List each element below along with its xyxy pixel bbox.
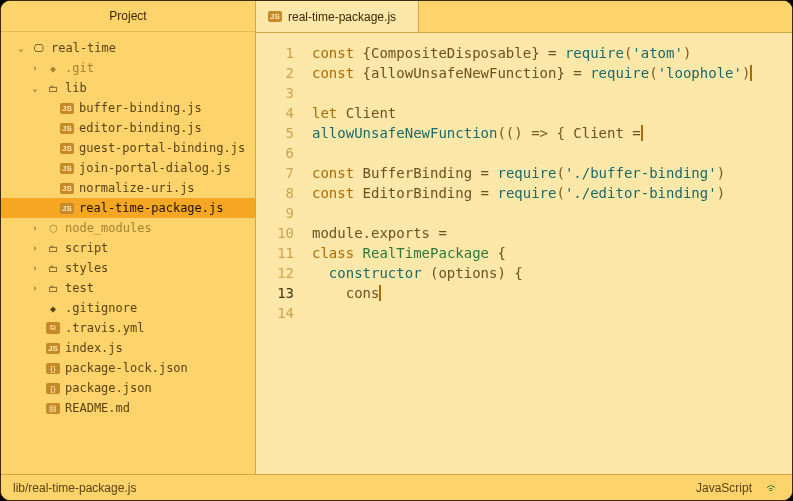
token: {CompositeDisposable} = (354, 45, 565, 61)
code-line[interactable]: const {allowUnsafeNewFunction} = require… (312, 63, 792, 83)
code-line[interactable]: class RealTimePackage { (312, 243, 792, 263)
code-line[interactable]: constructor (options) { (312, 263, 792, 283)
folder-icon: 🗀 (45, 280, 61, 296)
chevron-right-icon[interactable]: › (29, 283, 41, 293)
line-number: 4 (256, 103, 294, 123)
tree-item-label: real-time (51, 41, 116, 55)
code-editor[interactable]: 1234567891011121314 const {CompositeDisp… (256, 33, 792, 474)
status-bar: lib/real-time-package.js JavaScript ᯤ (1, 474, 792, 500)
code-line[interactable]: allowUnsafeNewFunction(() => { Client = (312, 123, 792, 143)
tree-item-label: script (65, 241, 108, 255)
tree-item-label: editor-binding.js (79, 121, 202, 135)
token: BufferBinding = (354, 165, 497, 181)
token: const (312, 165, 354, 181)
status-language[interactable]: JavaScript (696, 481, 752, 495)
code-line[interactable]: const BufferBinding = require('./buffer-… (312, 163, 792, 183)
token: require (497, 165, 556, 181)
token: const (312, 185, 354, 201)
tree-item-label: normalize-uri.js (79, 181, 195, 195)
tree-item[interactable]: JSbuffer-binding.js (1, 98, 255, 118)
tree-item[interactable]: JSreal-time-package.js (1, 198, 255, 218)
js-icon: JS (59, 120, 75, 136)
chevron-right-icon[interactable]: › (29, 263, 41, 273)
line-number: 1 (256, 43, 294, 63)
main-area: Project ⌄🖵real-time›◆.git⌄🗀libJSbuffer-b… (1, 1, 792, 474)
token: Client = (573, 125, 640, 141)
tree-item[interactable]: JSguest-portal-binding.js (1, 138, 255, 158)
tree-item[interactable]: ›🗀test (1, 278, 255, 298)
line-number: 7 (256, 163, 294, 183)
tree-item[interactable]: ›🗀styles (1, 258, 255, 278)
js-icon: JS (59, 200, 75, 216)
code-line[interactable]: module.exports = (312, 223, 792, 243)
token: class (312, 245, 354, 261)
js-icon: JS (45, 340, 61, 356)
chevron-down-icon[interactable]: ⌄ (15, 43, 27, 53)
line-number: 12 (256, 263, 294, 283)
line-number: 8 (256, 183, 294, 203)
tree-item[interactable]: JSjoin-portal-dialog.js (1, 158, 255, 178)
chevron-right-icon[interactable]: › (29, 243, 41, 253)
code-line[interactable] (312, 143, 792, 163)
line-gutter: 1234567891011121314 (256, 43, 312, 464)
token: EditorBinding = (354, 185, 497, 201)
tab-bar: JS real-time-package.js (256, 1, 792, 33)
tree-item-label: node_modules (65, 221, 152, 235)
code-line[interactable] (312, 303, 792, 323)
json-icon: {} (45, 380, 61, 396)
tree-root[interactable]: ⌄🖵real-time (1, 38, 255, 58)
code-line[interactable] (312, 203, 792, 223)
token: require (565, 45, 624, 61)
token: ) (742, 65, 750, 81)
code-line[interactable]: const EditorBinding = require('./editor-… (312, 183, 792, 203)
code-line[interactable]: const {CompositeDisposable} = require('a… (312, 43, 792, 63)
telemetry-icon[interactable]: ᯤ (766, 480, 780, 496)
code-line[interactable] (312, 83, 792, 103)
repo-icon: 🖵 (31, 40, 47, 56)
folder-icon: 🗀 (45, 80, 61, 96)
package-icon: ⬡ (45, 220, 61, 236)
token: ( (556, 185, 564, 201)
line-number: 13 (256, 283, 294, 303)
tree-item-label: lib (65, 81, 87, 95)
token (354, 245, 362, 261)
tree-item[interactable]: JSeditor-binding.js (1, 118, 255, 138)
js-icon: JS (59, 160, 75, 176)
code-line[interactable]: cons (312, 283, 792, 303)
tab-active[interactable]: JS real-time-package.js (256, 1, 419, 32)
file-tree[interactable]: ⌄🖵real-time›◆.git⌄🗀libJSbuffer-binding.j… (1, 32, 255, 474)
tree-item[interactable]: ⌄🗀lib (1, 78, 255, 98)
project-sidebar: Project ⌄🖵real-time›◆.git⌄🗀libJSbuffer-b… (1, 1, 256, 474)
tree-item-label: README.md (65, 401, 130, 415)
status-path: lib/real-time-package.js (13, 481, 136, 495)
code-line[interactable]: let Client (312, 103, 792, 123)
token: './editor-binding' (565, 185, 717, 201)
tree-item[interactable]: ›◆.git (1, 58, 255, 78)
tree-item[interactable]: ▤README.md (1, 398, 255, 418)
js-icon: JS (59, 100, 75, 116)
chevron-down-icon[interactable]: ⌄ (29, 83, 41, 93)
tab-label: real-time-package.js (288, 10, 396, 24)
tree-item[interactable]: ◆.gitignore (1, 298, 255, 318)
git-icon: ◆ (45, 300, 61, 316)
tree-item[interactable]: ⧉.travis.yml (1, 318, 255, 338)
json-icon: {} (45, 360, 61, 376)
token: (options) { (422, 265, 523, 281)
tree-item[interactable]: {}package.json (1, 378, 255, 398)
token: ) (683, 45, 691, 61)
line-number: 11 (256, 243, 294, 263)
tree-item[interactable]: ›⬡node_modules (1, 218, 255, 238)
project-header: Project (1, 1, 255, 32)
cursor (641, 125, 643, 141)
tree-item[interactable]: ›🗀script (1, 238, 255, 258)
token: constructor (329, 265, 422, 281)
tree-item[interactable]: {}package-lock.json (1, 358, 255, 378)
tree-item[interactable]: JSnormalize-uri.js (1, 178, 255, 198)
chevron-right-icon[interactable]: › (29, 63, 41, 73)
token: require (590, 65, 649, 81)
chevron-right-icon[interactable]: › (29, 223, 41, 233)
code-area[interactable]: const {CompositeDisposable} = require('a… (312, 43, 792, 464)
folder-icon: 🗀 (45, 260, 61, 276)
token: let (312, 105, 337, 121)
tree-item[interactable]: JSindex.js (1, 338, 255, 358)
